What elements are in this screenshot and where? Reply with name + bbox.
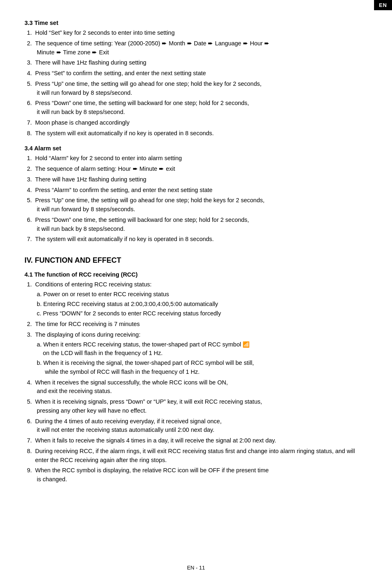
section-33-list: Hold “Set” key for 2 seconds to enter in… [33,29,368,138]
list-item: The sequence of time setting: Year (2000… [33,39,368,57]
list-item: Press “Up” one time, the setting will go… [33,80,368,98]
list-item: There will have 1Hz flashing during sett… [33,175,368,184]
item-text: During the 4 times of auto receiving eve… [35,418,222,424]
list-item: Press “Down” one time, the setting will … [33,216,368,234]
item-continuation: it will run back by 8 steps/second. [37,108,368,117]
item-text: Moon phase is changed accordingly [35,119,129,126]
item-text: When it is receiving signals, press “Dow… [35,398,262,405]
section-34-title: 3.4 Alarm set [24,145,368,152]
item-text: The time for RCC receiving is 7 minutes [35,321,140,327]
section-34: 3.4 Alarm set Hold “Alarm” key for 2 sec… [24,145,368,244]
item-text: Hold “Set” key for 2 seconds to enter in… [35,29,175,36]
section-41-title: 4.1 The function of RCC receiving (RCC) [24,271,368,278]
sub-list-item: a. Power on or reset to enter RCC receiv… [35,290,368,299]
item-continuation: it will run forward by 8 steps/second. [37,89,368,98]
section-33-title: 3.3 Time set [24,20,368,26]
item-continuation: Minute ➨ Time zone ➨ Exit [37,48,368,57]
item-continuation: pressing any other key will have no effe… [37,407,368,415]
item-continuation: it will run back by 8 steps/second. [37,225,368,234]
sub-list-item: b. Entering RCC receiving status at 2:00… [35,300,368,309]
item-text: Press “Set” to confirm the setting, and … [35,70,206,76]
list-item: During receiving RCC, if the alarm rings… [33,447,368,465]
page-number: EN - 11 [187,565,205,571]
sub-list: a. Power on or reset to enter RCC receiv… [35,290,368,318]
list-item: Hold “Set” key for 2 seconds to enter in… [33,29,368,38]
item-continuation: is changed. [37,475,368,484]
item-text: Press “Down” one time, the setting will … [35,217,249,223]
item-text: When it receives the signal successfully… [35,379,228,386]
list-item: The system will exit automatically if no… [33,129,368,138]
list-item: When it is receiving signals, press “Dow… [33,398,368,415]
section-41-list: Conditions of entering RCC receiving sta… [33,280,368,484]
antenna-icon: 📶 [243,340,249,349]
list-item: Press “Set” to confirm the setting, and … [33,69,368,78]
item-text: The sequence of alarm setting: Hour ➨ Mi… [35,165,175,172]
item-text: The displaying of icons during receiving… [35,331,140,338]
item-text: There will have 1Hz flashing during sett… [35,176,146,183]
section-iv-title: IV. FUNCTION AND EFFECT [24,256,368,265]
list-item: Press “Up” one time, the setting will go… [33,196,368,214]
item-text: Press “Up” one time, the setting will go… [35,80,262,87]
list-item: Conditions of entering RCC receiving sta… [33,280,368,318]
item-text: The system will exit automatically if no… [35,130,214,136]
section-iv: IV. FUNCTION AND EFFECT [24,256,368,265]
section-33: 3.3 Time set Hold “Set” key for 2 second… [24,20,368,138]
list-item: Press “Alarm” to confirm the setting, an… [33,186,368,195]
sub-list-item: c. Press “DOWN” for 2 seconds to enter R… [35,309,368,318]
item-continuation: it will run forward by 8 steps/seconds. [37,205,368,214]
item-text: There will have 1Hz flashing during sett… [35,59,146,66]
sub-list-item: b. When it is receiving the signal, the … [35,359,368,377]
section-41: 4.1 The function of RCC receiving (RCC) … [24,271,368,484]
item-text: Press “Alarm” to confirm the setting, an… [35,187,212,193]
item-text: Conditions of entering RCC receiving sta… [35,281,151,288]
item-text: Hold “Alarm” key for 2 second to enter i… [35,155,182,161]
list-item: There will have 1Hz flashing during sett… [33,58,368,67]
list-item: When it receives the signal successfully… [33,378,368,396]
item-text: Press “Down” one time, the setting will … [35,100,249,106]
list-item: The sequence of alarm setting: Hour ➨ Mi… [33,165,368,174]
page-container: EN 3.3 Time set Hold “Set” key for 2 sec… [0,0,392,583]
item-text: When the RCC symbol is displaying, the r… [35,467,269,474]
list-item: The system will exit automatically if no… [33,235,368,244]
list-item: When it fails to receive the signals 4 t… [33,436,368,445]
item-text: The system will exit automatically if no… [35,236,214,242]
list-item: The time for RCC receiving is 7 minutes [33,320,368,329]
item-text: The sequence of time setting: Year (2000… [35,40,270,47]
item-text: Press “Up” one time, the setting will go… [35,197,265,203]
item-continuation: and exit the receiving status. [37,387,368,396]
item-text: During receiving RCC, if the alarm rings… [35,448,355,463]
list-item: During the 4 times of auto receiving eve… [33,417,368,435]
en-badge: EN [374,0,392,10]
item-text: When it fails to receive the signals 4 t… [35,437,276,444]
sub-list: a. When it enters RCC receiving status, … [35,340,368,377]
page-footer: EN - 11 [0,565,392,571]
section-34-list: Hold “Alarm” key for 2 second to enter i… [33,154,368,244]
item-continuation: it will not enter the receiving status a… [37,426,368,435]
list-item: Moon phase is changed accordingly [33,118,368,127]
list-item: When the RCC symbol is displaying, the r… [33,466,368,484]
list-item: Press “Down” one time, the setting will … [33,99,368,117]
list-item: Hold “Alarm” key for 2 second to enter i… [33,154,368,163]
list-item: The displaying of icons during receiving… [33,331,368,377]
sub-list-item: a. When it enters RCC receiving status, … [35,340,368,358]
